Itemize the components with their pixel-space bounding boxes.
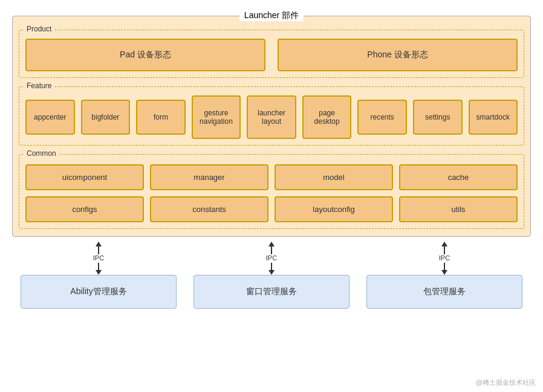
common-uicomponent: uicomponent	[25, 164, 144, 190]
arrow-down-1	[96, 270, 102, 275]
common-constants: constants	[150, 196, 268, 222]
ipc-col-3: IPC 包管理服务	[366, 239, 522, 309]
feature-bigfolder: bigfolder	[81, 100, 131, 135]
watermark: @稀土掘金技术社区	[476, 378, 536, 387]
launcher-title: Launcher 部件	[239, 10, 304, 21]
ipc-col-1: IPC Ability管理服务	[21, 239, 176, 309]
launcher-box: Launcher 部件 Product Pad 设备形态 Phone 设备形态 …	[12, 16, 531, 237]
ipc-col-2: IPC 窗口管理服务	[193, 239, 349, 309]
feature-recents: recents	[357, 100, 407, 135]
arrow-down-2	[268, 270, 275, 275]
feature-smartdock: smartdock	[469, 100, 518, 135]
ipc-arrow-2: IPC	[266, 242, 277, 275]
common-cache: cache	[399, 164, 518, 190]
feature-launcher-layout: launcher layout	[247, 95, 296, 139]
common-section: Common uicomponent manager model cache c…	[19, 154, 524, 229]
arrow-down-3	[441, 270, 447, 275]
product-section: Product Pad 设备形态 Phone 设备形态	[19, 30, 524, 78]
service-ability: Ability管理服务	[21, 275, 176, 309]
ipc-label-2: IPC	[266, 254, 277, 262]
diagram-container: Launcher 部件 Product Pad 设备形态 Phone 设备形态 …	[0, 0, 543, 392]
pad-device: Pad 设备形态	[25, 39, 265, 71]
feature-appcenter: appcenter	[25, 100, 75, 135]
ipc-section: IPC Ability管理服务 IPC 窗口管理服务 IPC	[12, 239, 531, 309]
ipc-label-1: IPC	[93, 254, 104, 262]
common-label: Common	[24, 149, 59, 158]
feature-page-desktop: page desktop	[302, 95, 352, 139]
feature-gesture: gesture navigation	[192, 95, 241, 139]
v-line-3b	[444, 263, 445, 271]
common-manager: manager	[150, 164, 268, 190]
common-configs: configs	[25, 196, 144, 222]
v-line-2	[271, 246, 272, 254]
ipc-label-3: IPC	[439, 254, 450, 262]
feature-form: form	[136, 100, 186, 135]
product-row: Pad 设备形态 Phone 设备形态	[25, 39, 518, 71]
v-line-2b	[271, 263, 272, 271]
product-label: Product	[24, 25, 54, 33]
arrow-up-3	[441, 242, 447, 246]
v-line-1	[98, 246, 99, 254]
arrow-up-2	[268, 242, 275, 246]
service-window: 窗口管理服务	[193, 275, 349, 309]
v-line-1b	[98, 263, 99, 271]
v-line-3	[444, 246, 445, 254]
phone-device: Phone 设备形态	[278, 39, 518, 71]
feature-settings: settings	[413, 100, 463, 135]
ipc-arrow-3: IPC	[439, 242, 450, 275]
feature-row: appcenter bigfolder form gesture navigat…	[25, 95, 518, 139]
feature-label: Feature	[24, 82, 54, 90]
service-package: 包管理服务	[366, 275, 522, 309]
common-grid: uicomponent manager model cache configs …	[25, 164, 518, 222]
common-utils: utils	[399, 196, 518, 222]
common-model: model	[275, 164, 393, 190]
ipc-arrow-1: IPC	[93, 242, 104, 275]
common-layoutconfig: layoutconfig	[275, 196, 393, 222]
arrow-up-1	[96, 242, 102, 246]
feature-section: Feature appcenter bigfolder form gesture…	[19, 86, 524, 146]
